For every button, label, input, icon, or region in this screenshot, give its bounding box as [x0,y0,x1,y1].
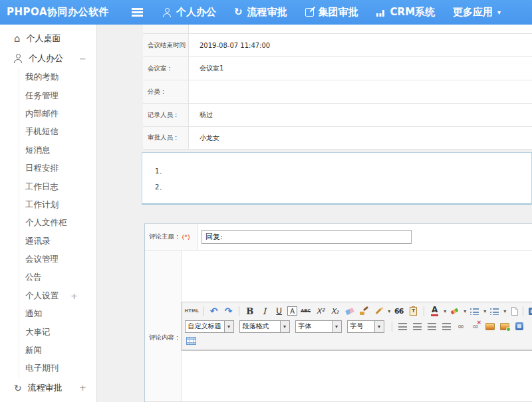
nav-item-workflow-approval[interactable]: 流程审批 [234,6,287,19]
sidebar-item-label: 流程审批 [28,382,63,394]
table-row-category: 分类： [143,80,532,104]
sidebar-item-internal-mail[interactable]: 内部邮件 [19,105,96,123]
heading-select[interactable]: 自定义标题▾ [185,320,234,333]
fullscreen-icon[interactable] [527,305,532,318]
top-navbar: PHPOA协同办公软件 个人办公 流程审批 集团审批 CRM系统 更多应用 ▾ [0,0,532,25]
paragraph-format-select[interactable]: 段落格式▾ [239,320,290,333]
sidebar-item-news[interactable]: 新闻 [19,342,96,359]
caret-down-icon[interactable]: ▾ [388,308,390,314]
highlight-color-icon[interactable] [448,305,461,318]
home-icon [14,34,21,44]
subscript-button[interactable]: X₂ [329,305,341,318]
blockquote-button[interactable]: 66 [392,305,405,318]
editor-toolbar: HTML B I U A ABC X² X₂ [182,302,532,350]
app-logo: PHPOA协同办公软件 [7,6,132,19]
sidebar-item-meeting-management[interactable]: 会议管理 [19,251,96,268]
sidebar-item-major-events[interactable]: 大事记 [19,323,96,341]
sidebar-item-tasks[interactable]: 任务管理 [19,86,96,104]
source-code-button[interactable]: HTML [185,305,200,318]
font-size-select[interactable]: 字号▾ [347,320,384,333]
nav-item-personal-office[interactable]: 个人办公 [163,6,216,19]
bold-button[interactable]: B [243,305,256,318]
paste-as-text-icon[interactable] [407,305,420,318]
collapse-icon[interactable]: − [79,54,86,64]
nav-item-more-apps[interactable]: 更多应用 ▾ [453,6,501,19]
align-right-icon[interactable] [426,320,438,333]
sidebar-item-personal-office[interactable]: 个人办公 − [0,49,96,68]
caret-down-icon: ▾ [374,321,384,332]
caret-down-icon: ▾ [332,321,341,332]
insert-link-icon[interactable] [455,320,467,333]
superscript-button[interactable]: X² [314,305,327,318]
sidebar-item-workflow-approval[interactable]: 流程审批 + [0,378,96,398]
align-left-icon[interactable] [396,320,409,333]
sidebar-item-desktop[interactable]: 个人桌面 [0,29,96,49]
sidebar-item-work-log[interactable]: 工作日志 [19,177,96,195]
font-family-select[interactable]: 字体▾ [295,320,342,333]
font-color-button[interactable]: A [428,305,441,318]
sidebar-item-file-cabinet[interactable]: 个人文件柜 [19,214,96,232]
content-line: 2、 [155,179,531,195]
field-value: 会议室1 [189,57,532,80]
sidebar-item-schedule[interactable]: 日程安排 [19,159,96,177]
expand-icon[interactable]: + [70,291,78,301]
table-row-partial [143,25,532,34]
nav-item-label: CRM系统 [390,6,436,19]
upload-image-icon[interactable] [499,320,511,333]
italic-button[interactable]: I [258,305,271,318]
unordered-list-icon[interactable] [488,305,501,318]
sidebar-item-attendance[interactable]: 我的考勤 [19,68,96,86]
field-label: 会议结束时间： [143,34,189,57]
sidebar-item-announcement[interactable]: 公告 [19,268,96,286]
sidebar-item-work-plan[interactable]: 工作计划 [19,196,96,214]
field-label: 评论内容： [145,251,182,402]
new-page-icon[interactable] [508,305,521,318]
redo-icon[interactable] [222,305,235,318]
eraser-icon[interactable] [343,305,356,318]
quick-format-icon[interactable] [372,305,385,318]
field-value: 小龙女 [189,127,532,150]
underline-button[interactable]: U [273,305,285,318]
hamburger-menu-icon[interactable] [132,8,143,17]
flow-icon [14,383,22,393]
undo-icon[interactable] [207,305,220,318]
sidebar-item-short-message[interactable]: 短消息 [19,142,96,159]
nav-item-label: 流程审批 [247,6,287,19]
insert-image-icon[interactable] [484,320,497,333]
nav-item-crm[interactable]: CRM系统 [376,6,436,19]
caret-down-icon[interactable]: ▾ [444,308,446,314]
align-justify-icon[interactable] [440,320,453,333]
sidebar-item-contacts[interactable]: 通讯录 [19,233,96,251]
chart-icon [376,9,386,17]
table-row-approver: 审批人员： 小龙女 [143,127,532,150]
sidebar: 个人桌面 个人办公 − 我的考勤 任务管理 内部邮件 手机短信 短消息 日程安排… [0,25,97,402]
field-label: 评论主题：(*) [145,224,198,251]
nav-item-group-approval[interactable]: 集团审批 [305,6,358,19]
insert-media-icon[interactable] [513,320,526,333]
toolbar-row-3 [185,334,532,348]
table-row-end-time: 会议结束时间： 2019-08-07 11:47:00 [143,34,532,57]
caret-down-icon: ▾ [497,9,501,16]
caret-down-icon[interactable]: ▾ [503,308,506,314]
meeting-content-box: 1、 2、 [142,152,532,205]
sidebar-item-sms[interactable]: 手机短信 [19,123,96,141]
strikethrough-button[interactable]: ABC [299,305,312,318]
field-value: 杨过 [189,104,532,127]
caret-down-icon[interactable]: ▾ [483,308,486,314]
sidebar-item-e-journal[interactable]: 电子期刊 [19,359,96,377]
comment-subject-input[interactable] [201,230,412,244]
remove-link-icon[interactable] [469,320,482,333]
content-line: 1、 [155,163,531,179]
ordered-list-icon[interactable] [468,305,481,318]
expand-icon[interactable]: + [79,383,86,393]
sidebar-item-personal-settings[interactable]: 个人设置 + [19,287,96,305]
main-menu: 个人办公 流程审批 集团审批 CRM系统 更多应用 ▾ [163,6,501,19]
separator [424,306,424,316]
format-brush-icon[interactable] [358,305,370,318]
field-label: 会议室： [143,57,189,80]
caret-down-icon[interactable]: ▾ [464,308,466,314]
insert-table-icon[interactable] [185,334,198,347]
font-style-button[interactable]: A [287,306,297,316]
align-center-icon[interactable] [411,320,424,333]
sidebar-item-notice[interactable]: 通知 [19,305,96,323]
